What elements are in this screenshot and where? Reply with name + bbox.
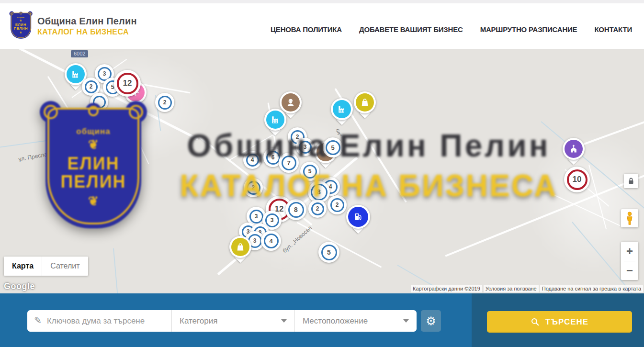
search-icon — [531, 317, 540, 326]
search-bar: ✎ Категория Местоположение ⚙ ТЪРСЕНЕ — [0, 293, 644, 347]
pin-marker[interactable] — [354, 91, 376, 113]
map-attribution: Картографски данни ©2019 Условия за полз… — [411, 285, 643, 292]
category-dropdown-value: Категория — [180, 316, 217, 326]
cluster-marker[interactable]: 10 — [564, 167, 590, 192]
site-title: Община Елин Пелин — [37, 16, 137, 27]
advanced-settings-button[interactable]: ⚙ — [421, 310, 441, 332]
chevron-down-icon — [281, 319, 287, 323]
maptype-control: Карта Сателит — [4, 257, 88, 276]
fuel-icon — [348, 207, 368, 227]
cluster-marker[interactable] — [90, 93, 108, 111]
cluster-marker[interactable]: 2 — [244, 178, 263, 197]
keyword-field[interactable]: ✎ — [27, 310, 171, 332]
keyword-search-input[interactable] — [47, 316, 171, 326]
cluster-marker[interactable]: 5 — [300, 162, 319, 181]
cluster-marker[interactable]: 12 — [114, 70, 141, 97]
cluster-marker[interactable]: 5 — [318, 242, 339, 263]
road-number-badge: 6002 — [71, 50, 88, 57]
search-submit-panel: ТЪРСЕНЕ — [472, 293, 644, 347]
cluster-marker[interactable]: 2 — [328, 195, 347, 214]
nav-item-add-business[interactable]: ДОБАВЕТЕ ВАШИЯТ БИЗНЕС — [359, 25, 463, 34]
maptype-map-button[interactable]: Карта — [4, 257, 42, 276]
pin-marker[interactable] — [346, 205, 370, 229]
site-subtitle: КАТАЛОГ НА БИЗНЕСА — [37, 28, 137, 36]
street-view-pegman-button[interactable] — [621, 209, 638, 227]
cluster-marker[interactable]: 4 — [261, 231, 281, 251]
category-dropdown[interactable]: Категория — [171, 310, 294, 332]
main-nav: ЦЕНОВА ПОЛИТИКА ДОБАВЕТЕ ВАШИЯТ БИЗНЕС М… — [271, 25, 632, 34]
lock-icon — [627, 177, 635, 185]
church-icon — [565, 140, 583, 158]
factory-icon — [67, 65, 85, 83]
cluster-marker[interactable]: 2 — [308, 200, 327, 218]
search-fieldbar: ✎ Категория Местоположение — [27, 310, 417, 332]
zoom-in-button[interactable]: + — [621, 242, 638, 261]
pin-marker[interactable] — [264, 109, 286, 131]
window-top-strip — [0, 0, 644, 3]
cluster-marker[interactable]: 3 — [296, 138, 314, 156]
cluster-marker[interactable]: 4 — [243, 151, 261, 169]
cluster-marker[interactable]: 2 — [155, 93, 174, 112]
nav-item-pricing[interactable]: ЦЕНОВА ПОЛИТИКА — [271, 25, 342, 34]
pin-marker[interactable] — [563, 138, 585, 160]
cluster-marker[interactable]: 5 — [323, 137, 343, 157]
brand-logo-block[interactable]: община ❦ ЕЛИН ПЕЛИН ❦ Община Елин Пелин … — [10, 11, 137, 41]
attribution-report-error-link[interactable]: Подаване на сигнал за грешка в картата — [540, 285, 643, 292]
bag-icon — [231, 238, 249, 256]
bag-icon — [356, 93, 374, 112]
attribution-terms-link[interactable]: Условия за ползване — [484, 285, 539, 292]
zoom-out-button[interactable]: − — [621, 261, 638, 280]
pencil-icon: ✎ — [34, 315, 42, 326]
zoom-control: + − — [621, 242, 638, 280]
factory-icon — [266, 111, 284, 129]
fullscreen-lock-button[interactable] — [624, 174, 638, 188]
cluster-marker[interactable]: 7 — [279, 153, 299, 173]
search-fields-panel: ✎ Категория Местоположение ⚙ — [0, 293, 472, 347]
google-map[interactable]: 6002 ул. Преславбул. „Новоселци" — [0, 49, 644, 293]
search-submit-button[interactable]: ТЪРСЕНЕ — [487, 311, 632, 333]
gear-icon: ⚙ — [426, 315, 436, 327]
municipality-crest-logo: община ❦ ЕЛИН ПЕЛИН ❦ — [10, 11, 33, 41]
google-logo[interactable]: Google — [4, 281, 35, 291]
street-label: ул. Преслав — [18, 150, 51, 162]
site-header: община ❦ ЕЛИН ПЕЛИН ❦ Община Елин Пелин … — [0, 3, 644, 49]
pegman-icon — [624, 211, 635, 225]
location-dropdown[interactable]: Местоположение — [294, 310, 417, 332]
pin-marker[interactable] — [331, 98, 353, 120]
cluster-marker[interactable]: 8 — [285, 199, 306, 220]
location-dropdown-value: Местоположение — [303, 316, 368, 326]
nav-item-route-schedule[interactable]: МАРШРУТНО РАЗПИСАНИЕ — [480, 25, 577, 34]
attribution-copyright: Картографски данни ©2019 — [411, 285, 482, 292]
chevron-down-icon — [403, 319, 409, 323]
nav-item-contacts[interactable]: КОНТАКТИ — [594, 25, 632, 34]
pin-marker[interactable] — [229, 236, 251, 258]
maptype-satellite-button[interactable]: Сателит — [42, 257, 88, 276]
factory-icon — [333, 100, 351, 118]
